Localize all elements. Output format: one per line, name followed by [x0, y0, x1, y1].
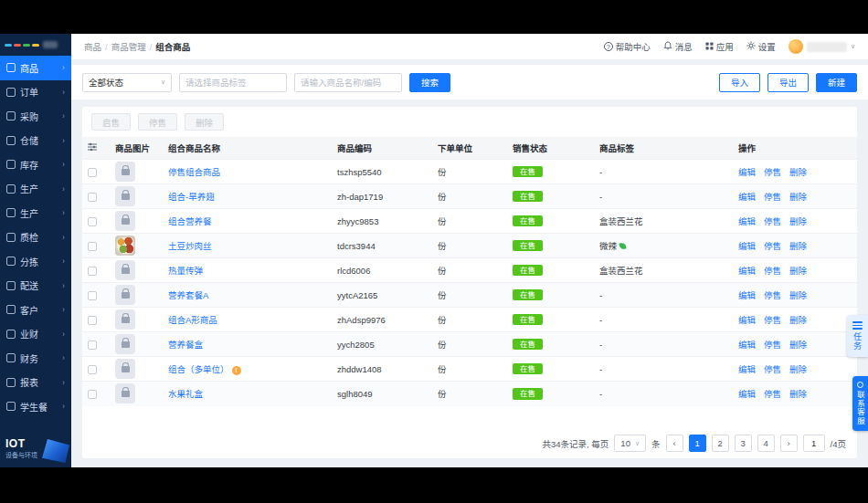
- status-badge: 在售: [513, 388, 543, 400]
- row-stop-sale-link[interactable]: 停售: [764, 290, 781, 300]
- sidebar-item-label: 生产: [20, 182, 62, 195]
- logo-text-blurred: [43, 41, 58, 48]
- row-edit-link[interactable]: 编辑: [738, 167, 756, 177]
- product-name-link[interactable]: 土豆炒肉丝: [168, 241, 212, 251]
- page-size-select[interactable]: 10 ∨: [614, 435, 646, 452]
- app-window: 商品›订单›采购›仓储›库存›生产›生产›质检›分拣›配送›客户›业财›财务›报…: [0, 34, 868, 467]
- page-button-1[interactable]: 1: [689, 435, 706, 452]
- row-stop-sale-link[interactable]: 停售: [764, 192, 781, 202]
- row-edit-link[interactable]: 编辑: [738, 340, 756, 350]
- row-delete-link[interactable]: 删除: [789, 192, 807, 202]
- breadcrumb-item[interactable]: 商品管理: [111, 40, 146, 53]
- row-stop-sale-link[interactable]: 停售: [764, 389, 781, 399]
- product-name-link[interactable]: 组合-旱养翅: [168, 192, 215, 202]
- product-name-link[interactable]: 停售组合商品: [168, 167, 220, 177]
- task-floating-button[interactable]: 任务: [847, 315, 868, 357]
- row-edit-link[interactable]: 编辑: [738, 364, 756, 374]
- sidebar-item-purchase[interactable]: 采购›: [0, 104, 71, 129]
- sidebar-item-business-finance[interactable]: 业财›: [0, 322, 71, 347]
- row-checkbox[interactable]: [88, 193, 97, 202]
- row-stop-sale-link[interactable]: 停售: [764, 266, 781, 276]
- product-name-link[interactable]: 组合营养餐: [168, 216, 212, 226]
- row-delete-link[interactable]: 删除: [789, 290, 807, 300]
- row-checkbox[interactable]: [88, 390, 97, 399]
- row-stop-sale-link[interactable]: 停售: [764, 315, 781, 325]
- bulk-start-sale-button[interactable]: 启售: [91, 113, 131, 131]
- jump-page-input[interactable]: [803, 435, 825, 452]
- row-checkbox[interactable]: [88, 316, 97, 325]
- help-center-button[interactable]: ? 帮助中心: [604, 40, 651, 53]
- sidebar-item-production[interactable]: 生产›: [0, 177, 71, 202]
- status-badge: 在售: [513, 363, 543, 375]
- row-delete-link[interactable]: 删除: [789, 364, 807, 374]
- breadcrumb-item[interactable]: 商品: [84, 40, 101, 53]
- row-checkbox[interactable]: [88, 267, 97, 276]
- row-delete-link[interactable]: 删除: [789, 167, 807, 177]
- row-delete-link[interactable]: 删除: [789, 389, 807, 399]
- username-blurred: [807, 42, 847, 52]
- import-button[interactable]: 导入: [719, 73, 760, 92]
- sidebar-item-student-meal[interactable]: 学生餐›: [0, 394, 71, 419]
- row-stop-sale-link[interactable]: 停售: [764, 364, 781, 374]
- row-checkbox[interactable]: [88, 365, 97, 374]
- row-edit-link[interactable]: 编辑: [738, 241, 756, 251]
- sidebar-item-inventory[interactable]: 库存›: [0, 152, 71, 177]
- sidebar-item-delivery[interactable]: 配送›: [0, 274, 71, 299]
- apps-button[interactable]: 应用: [705, 40, 734, 53]
- row-stop-sale-link[interactable]: 停售: [764, 340, 781, 350]
- row-edit-link[interactable]: 编辑: [738, 216, 756, 226]
- row-edit-link[interactable]: 编辑: [738, 389, 756, 399]
- row-checkbox[interactable]: [88, 341, 97, 350]
- sidebar-item-quality-check[interactable]: 质检›: [0, 225, 71, 250]
- row-edit-link[interactable]: 编辑: [738, 315, 756, 325]
- row-edit-link[interactable]: 编辑: [738, 192, 756, 202]
- row-delete-link[interactable]: 删除: [789, 216, 807, 226]
- bulk-delete-button[interactable]: 删除: [185, 113, 224, 131]
- row-delete-link[interactable]: 删除: [789, 266, 807, 276]
- sidebar-item-production-2[interactable]: 生产›: [0, 201, 71, 225]
- contact-support-floating-button[interactable]: 联系客服: [852, 376, 868, 431]
- product-name-link[interactable]: 组合（多单位）: [168, 364, 229, 374]
- row-edit-link[interactable]: 编辑: [738, 266, 756, 276]
- tag-filter-input[interactable]: [179, 73, 287, 92]
- user-menu[interactable]: ∨: [789, 39, 855, 54]
- row-stop-sale-link[interactable]: 停售: [764, 216, 781, 226]
- next-page-button[interactable]: ›: [780, 435, 798, 452]
- page-button-2[interactable]: 2: [712, 435, 729, 452]
- name-search-input[interactable]: [294, 73, 402, 92]
- row-checkbox[interactable]: [88, 242, 97, 251]
- status-select[interactable]: 全部状态 ∨: [82, 73, 172, 92]
- bulk-stop-sale-button[interactable]: 停售: [138, 113, 177, 131]
- row-stop-sale-link[interactable]: 停售: [764, 241, 781, 251]
- settings-button[interactable]: 设置: [746, 40, 776, 53]
- sidebar-item-reports[interactable]: 报表›: [0, 371, 71, 395]
- product-name-link[interactable]: 热量传弹: [168, 266, 203, 276]
- sidebar-item-goods[interactable]: 商品›: [0, 56, 71, 80]
- sidebar-item-orders[interactable]: 订单›: [0, 80, 71, 105]
- row-checkbox[interactable]: [88, 168, 97, 177]
- row-delete-link[interactable]: 删除: [789, 340, 807, 350]
- messages-button[interactable]: 消息: [663, 40, 693, 53]
- sidebar-item-warehouse[interactable]: 仓储›: [0, 129, 71, 153]
- prev-page-button[interactable]: ‹: [666, 435, 683, 452]
- row-delete-link[interactable]: 删除: [789, 315, 807, 325]
- page-button-3[interactable]: 3: [735, 435, 752, 452]
- export-button[interactable]: 导出: [767, 73, 809, 92]
- row-delete-link[interactable]: 删除: [789, 241, 807, 251]
- product-name-link[interactable]: 营养套餐A: [168, 290, 208, 300]
- row-checkbox[interactable]: [88, 291, 97, 300]
- sidebar-item-sorting[interactable]: 分拣›: [0, 249, 71, 274]
- sidebar-item-customers[interactable]: 客户›: [0, 298, 71, 322]
- create-button[interactable]: 新建: [816, 73, 857, 92]
- chevron-right-icon: ›: [62, 88, 65, 97]
- product-name-link[interactable]: 营养餐盒: [168, 340, 203, 350]
- product-name-link[interactable]: 组合A形商品: [168, 315, 217, 325]
- sidebar-item-finance[interactable]: 财务›: [0, 346, 71, 371]
- product-name-link[interactable]: 水果礼盒: [168, 389, 203, 399]
- row-edit-link[interactable]: 编辑: [738, 290, 756, 300]
- row-stop-sale-link[interactable]: 停售: [764, 167, 781, 177]
- page-button-4[interactable]: 4: [757, 435, 775, 452]
- column-settings-icon[interactable]: [88, 143, 97, 153]
- row-checkbox[interactable]: [88, 217, 97, 226]
- search-button[interactable]: 搜索: [409, 73, 450, 92]
